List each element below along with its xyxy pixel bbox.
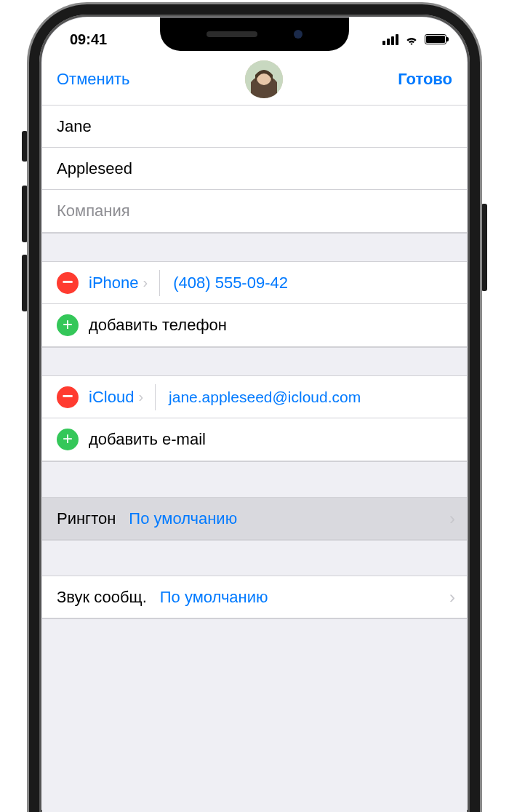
plus-icon: +: [63, 430, 73, 447]
delete-email-button[interactable]: −: [57, 386, 79, 408]
battery-icon: [425, 34, 446, 44]
phone-row[interactable]: − iPhone › (408) 555-09-42: [42, 262, 467, 304]
chevron-right-icon: ›: [137, 389, 143, 405]
add-phone-button[interactable]: +: [57, 314, 79, 336]
ringtone-label: Рингтон: [57, 509, 116, 528]
email-type-button[interactable]: iCloud ›: [89, 384, 156, 410]
nav-bar: Отменить Готово: [42, 54, 467, 105]
plus-icon: +: [63, 316, 73, 333]
chevron-right-icon: ›: [449, 509, 455, 529]
phone-number-field[interactable]: (408) 555-09-42: [160, 274, 288, 292]
first-name-field[interactable]: Jane: [42, 106, 467, 148]
cellular-icon: [382, 34, 398, 45]
last-name-field[interactable]: Appleseed: [42, 148, 467, 190]
status-time: 09:41: [70, 31, 107, 48]
device-notch: [160, 17, 349, 51]
contact-avatar[interactable]: [245, 60, 283, 98]
phone-type-button[interactable]: iPhone ›: [89, 270, 160, 296]
done-button[interactable]: Готово: [398, 70, 452, 89]
add-email-row[interactable]: + добавить e-mail: [42, 418, 467, 461]
email-type-label: iCloud: [89, 388, 134, 407]
add-email-button[interactable]: +: [57, 429, 79, 450]
texttone-label: Звук сообщ.: [57, 588, 147, 607]
minus-icon: −: [62, 272, 73, 291]
phone-type-label: iPhone: [89, 274, 139, 292]
delete-phone-button[interactable]: −: [57, 272, 79, 294]
cancel-button[interactable]: Отменить: [57, 70, 130, 89]
company-placeholder: Компания: [57, 202, 130, 220]
texttone-row[interactable]: Звук сообщ. По умолчанию ›: [42, 576, 467, 618]
add-phone-label: добавить телефон: [89, 316, 227, 335]
texttone-value: По умолчанию: [160, 588, 268, 607]
ringtone-row[interactable]: Рингтон По умолчанию ›: [42, 498, 467, 540]
last-name-value: Appleseed: [57, 159, 132, 178]
email-row[interactable]: − iCloud › jane.appleseed@icloud.com: [42, 376, 467, 418]
first-name-value: Jane: [57, 117, 92, 136]
minus-icon: −: [62, 386, 73, 405]
add-phone-row[interactable]: + добавить телефон: [42, 304, 467, 346]
add-email-label: добавить e-mail: [89, 430, 206, 449]
company-field[interactable]: Компания: [42, 190, 467, 232]
chevron-right-icon: ›: [449, 587, 455, 608]
ringtone-value: По умолчанию: [129, 509, 237, 528]
wifi-icon: [404, 33, 419, 45]
email-address-field[interactable]: jane.appleseed@icloud.com: [156, 389, 361, 406]
chevron-right-icon: ›: [142, 274, 148, 291]
